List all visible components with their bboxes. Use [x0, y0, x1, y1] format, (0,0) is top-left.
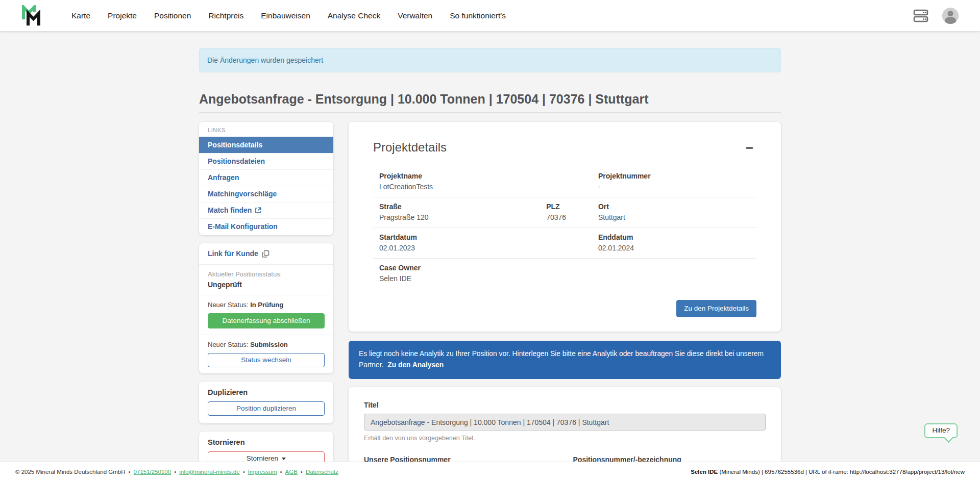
page-title: Angebotsanfrage - Entsorgung | 10.000 To… [199, 92, 781, 113]
sidebar-item-positionsdetails[interactable]: Positionsdetails [199, 137, 333, 153]
external-link-icon [255, 207, 261, 214]
footer-link-impressum[interactable]: Impressum [248, 469, 277, 475]
footer-link-phone[interactable]: 07151/250100 [134, 469, 172, 475]
footer-separator: • [243, 469, 245, 475]
copy-icon [262, 250, 270, 258]
mineral-minds-logo[interactable] [21, 5, 45, 27]
project-details-rows: Projektname LotCreationTests Projektnumm… [373, 167, 756, 289]
footer-separator: • [129, 469, 131, 475]
footer: © 2025 Mineral Minds Deutschland GmbH • … [0, 462, 980, 481]
field-strasse: Straße Pragstraße 120 [379, 202, 546, 221]
titel-field-group: Titel Erhält den von uns vorgegebenen Ti… [364, 401, 766, 442]
nav-item-analyse-check[interactable]: Analyse Check [328, 11, 380, 20]
new-status-section-1: Neuer Status: In Prüfung Datenerfassung … [199, 295, 333, 335]
user-avatar-icon[interactable] [942, 8, 959, 24]
links-card: LINKS Positionsdetails Positionsdateien … [199, 122, 333, 235]
go-to-analyses-link[interactable]: Zu den Analysen [387, 361, 444, 369]
titel-input [364, 414, 766, 431]
field-label: Case Owner [379, 264, 750, 272]
analytics-banner: Es liegt noch keine Analytik zu Ihrer Po… [349, 341, 781, 379]
sidebar-item-matchingvorschlaege[interactable]: Matchingvorschläge [199, 186, 333, 202]
new-status-label: Neuer Status: [208, 341, 249, 348]
project-details-title: Projektdetails [373, 140, 756, 155]
sidebar-item-anfragen[interactable]: Anfragen [199, 169, 333, 186]
field-label: Startdatum [379, 233, 598, 241]
field-value: 02.01.2024 [598, 244, 750, 252]
collapse-icon[interactable] [744, 142, 754, 150]
logo-icon [21, 5, 45, 27]
duplicate-card: Duplizieren Position duplizieren [199, 382, 333, 423]
sidebar-item-match-finden[interactable]: Match finden [199, 202, 333, 218]
nav-item-karte[interactable]: Karte [71, 11, 90, 20]
server-stack-icon[interactable] [913, 9, 929, 23]
field-value: - [598, 183, 750, 191]
main-menu: Karte Projekte Positionen Richtpreis Ein… [71, 11, 506, 20]
cancel-card-title: Stornieren [208, 438, 325, 446]
sidebar-item-email-konfiguration[interactable]: E-Mail Konfiguration [199, 218, 333, 235]
current-status-label: Aktueller Positionsstatus: [208, 270, 325, 278]
alert-message: Die Änderungen wurden gespeichert [207, 56, 323, 64]
sidebar-item-positionsdateien[interactable]: Positionsdateien [199, 153, 333, 169]
project-row-dates: Startdatum 02.01.2023 Enddatum 02.01.202… [373, 228, 756, 259]
field-value: Stuttgart [598, 213, 750, 221]
nav-item-projekte[interactable]: Projekte [108, 11, 137, 20]
footer-separator: • [301, 469, 303, 475]
footer-link-datenschutz[interactable]: Datenschutz [306, 469, 338, 475]
sidebar-item-label: E-Mail Konfiguration [208, 222, 278, 231]
new-status-line-2: Neuer Status: Submission [208, 341, 325, 348]
duplicate-card-title: Duplizieren [208, 388, 325, 396]
go-to-project-details-button[interactable]: Zu den Projektdetails [676, 300, 756, 317]
field-label: Ort [598, 202, 750, 211]
copyright-text: © 2025 Mineral Minds Deutschland GmbH [15, 469, 126, 475]
sidebar-item-label: Positionsdetails [208, 141, 262, 149]
new-status-line-1: Neuer Status: In Prüfung [208, 301, 325, 309]
main-content: Projektdetails Projektname LotCreationTe… [349, 122, 781, 481]
titel-label: Titel [364, 401, 766, 409]
field-value: Pragstraße 120 [379, 213, 546, 221]
field-label: Enddatum [598, 233, 750, 241]
cancel-button-label: Stornieren [247, 454, 278, 462]
complete-data-entry-button[interactable]: Datenerfassung abschließen [208, 313, 325, 328]
save-success-alert: Die Änderungen wurden gespeichert [199, 48, 781, 72]
footer-link-email[interactable]: info@mineral-minds.de [179, 469, 239, 475]
field-startdatum: Startdatum 02.01.2023 [379, 233, 598, 252]
new-status-label: Neuer Status: [208, 301, 249, 309]
footer-left: © 2025 Mineral Minds Deutschland GmbH • … [15, 469, 338, 475]
new-status-value: In Prüfung [250, 301, 283, 309]
customer-link[interactable]: Link für Kunde [208, 249, 270, 258]
field-value: 70376 [546, 213, 598, 221]
switch-status-button[interactable]: Status wechseln [208, 353, 325, 367]
customer-link-label: Link für Kunde [208, 249, 258, 258]
duplicate-position-button[interactable]: Position duplizieren [208, 401, 325, 416]
project-row-owner: Case Owner Selen IDE [373, 259, 756, 289]
top-navigation: Karte Projekte Positionen Richtpreis Ein… [0, 0, 980, 31]
nav-item-so-funktionierts[interactable]: So funktioniert's [450, 11, 506, 20]
footer-session-detail: (Mineral Minds) | 69576255536d | URL of … [718, 469, 965, 475]
field-label: Projektnummer [598, 172, 750, 180]
project-details-actions: Zu den Projektdetails [373, 289, 756, 317]
field-label: Projektname [379, 172, 598, 180]
field-projektnummer: Projektnummer - [598, 172, 750, 191]
links-card-header: LINKS [199, 122, 333, 137]
sidebar: LINKS Positionsdetails Positionsdateien … [199, 122, 333, 473]
avatar-head [948, 11, 953, 16]
footer-user: Selen IDE [691, 469, 718, 475]
new-status-value: Submission [250, 341, 288, 348]
nav-item-einbauweisen[interactable]: Einbauweisen [261, 11, 310, 20]
help-button[interactable]: Hilfe? [924, 423, 958, 438]
nav-item-richtpreis[interactable]: Richtpreis [208, 11, 243, 20]
sidebar-item-label: Matchingvorschläge [208, 190, 277, 198]
nav-item-positionen[interactable]: Positionen [154, 11, 191, 20]
field-enddatum: Enddatum 02.01.2024 [598, 233, 750, 252]
field-value: Selen IDE [379, 274, 750, 283]
sidebar-item-label: Anfragen [208, 173, 239, 182]
avatar-body [945, 17, 956, 24]
customer-link-section: Link für Kunde [199, 243, 333, 264]
footer-link-agb[interactable]: AGB [285, 469, 298, 475]
field-value: LotCreationTests [379, 183, 598, 191]
status-card: Link für Kunde Aktueller Positionsstatus… [199, 243, 333, 373]
footer-separator: • [174, 469, 176, 475]
nav-item-verwalten[interactable]: Verwalten [398, 11, 432, 20]
footer-separator: • [280, 469, 282, 475]
current-status-value: Ungeprüft [208, 281, 325, 289]
